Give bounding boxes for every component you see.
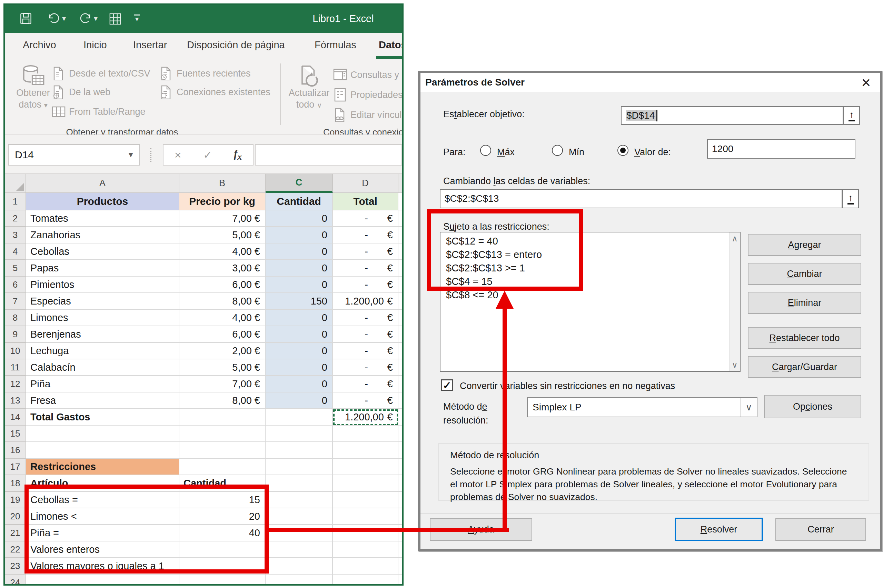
cell-C22[interactable] <box>265 542 333 558</box>
method-dropdown[interactable]: Simplex LP ∨ <box>527 397 757 417</box>
cell-header-Total[interactable]: Total <box>333 193 399 210</box>
objective-input[interactable]: $D$14 <box>621 106 843 125</box>
cell-C21[interactable] <box>265 525 333 542</box>
cell-A10[interactable]: Lechuga <box>26 343 179 359</box>
cerrar-button[interactable]: Cerrar <box>775 518 866 541</box>
cell-B3[interactable]: 5,00 € <box>179 227 265 243</box>
tab-disposicion[interactable]: Disposición de página <box>187 39 285 51</box>
cell-D18[interactable] <box>333 475 399 492</box>
row-header-12[interactable]: 12 <box>5 376 26 393</box>
redo-icon[interactable]: ▾ <box>79 12 97 25</box>
editar-vinculos-button[interactable]: Editar vínculos <box>333 107 403 123</box>
cell-A14[interactable]: Total Gastos <box>26 409 179 426</box>
cell-A15[interactable] <box>26 426 179 442</box>
cell-B7[interactable]: 8,00 € <box>179 293 265 310</box>
confirm-entry-icon[interactable]: ✓ <box>203 149 212 161</box>
cell-D24[interactable] <box>333 574 399 586</box>
cell-B8[interactable]: 4,00 € <box>179 310 265 326</box>
cell-D4[interactable]: -€ <box>333 243 399 260</box>
cell-D8[interactable]: -€ <box>333 310 399 326</box>
cell-D12[interactable]: -€ <box>333 376 399 393</box>
cell-C8[interactable]: 0 <box>265 310 333 326</box>
col-header-C[interactable]: C <box>265 174 333 193</box>
formula-input[interactable] <box>255 144 402 165</box>
cell-C3[interactable]: 0 <box>265 227 333 243</box>
cell-D19[interactable] <box>333 492 399 508</box>
row-header-10[interactable]: 10 <box>5 343 26 359</box>
cell-D13[interactable]: -€ <box>333 393 399 409</box>
cell-B10[interactable]: 2,00 € <box>179 343 265 359</box>
from-table-range-button[interactable]: From Table/Range <box>52 104 145 120</box>
row-header-1[interactable]: 1 <box>5 193 26 210</box>
insert-function-icon[interactable]: fx <box>234 148 242 162</box>
redo-dropdown-icon[interactable]: ▾ <box>94 14 97 23</box>
eliminar-button[interactable]: Eliminar <box>748 292 861 314</box>
cell-header-Precio por kg[interactable]: Precio por kg <box>179 193 265 210</box>
customize-qat-icon[interactable]: ▾ <box>134 15 140 21</box>
table-tool-icon[interactable] <box>108 12 122 26</box>
cell-D11[interactable]: -€ <box>333 359 399 376</box>
cell-B5[interactable]: 3,00 € <box>179 260 265 277</box>
row-header-21[interactable]: 21 <box>5 525 26 542</box>
cancel-entry-icon[interactable]: × <box>174 148 181 162</box>
cell-B13[interactable]: 8,00 € <box>179 393 265 409</box>
radio-min[interactable] <box>552 145 563 156</box>
cell-D17[interactable] <box>333 459 399 475</box>
fuentes-recientes-button[interactable]: Fuentes recientes <box>159 66 251 81</box>
cell-A7[interactable]: Especias <box>26 293 179 310</box>
de-la-web-button[interactable]: De la web <box>52 84 110 100</box>
cell-A5[interactable]: Papas <box>26 260 179 277</box>
constraints-scrollbar[interactable]: ∧ ∨ <box>729 232 740 371</box>
cell-C7[interactable]: 150 <box>265 293 333 310</box>
col-header-A[interactable]: A <box>26 174 179 193</box>
close-icon[interactable]: × <box>856 73 877 92</box>
cell-B24[interactable] <box>179 574 265 586</box>
actualizar-todo-button[interactable]: Actualizar todo ∨ <box>285 64 333 111</box>
cell-A8[interactable]: Limones <box>26 310 179 326</box>
cell-B4[interactable]: 4,00 € <box>179 243 265 260</box>
cell-C13[interactable]: 0 <box>265 393 333 409</box>
cell-D16[interactable] <box>333 442 399 459</box>
objective-range-picker-button[interactable]: ↑ <box>843 106 860 125</box>
cell-C18[interactable] <box>265 475 333 492</box>
non-negative-checkbox[interactable]: ✓ <box>441 380 453 391</box>
row-header-22[interactable]: 22 <box>5 542 26 558</box>
cell-A12[interactable]: Piña <box>26 376 179 393</box>
cell-C16[interactable] <box>265 442 333 459</box>
scroll-down-icon[interactable]: ∨ <box>732 360 738 370</box>
cell-A4[interactable]: Cebollas <box>26 243 179 260</box>
row-header-7[interactable]: 7 <box>5 293 26 310</box>
variables-range-picker-button[interactable]: ↑ <box>842 189 859 208</box>
cell-D22[interactable] <box>333 542 399 558</box>
cell-D3[interactable]: -€ <box>333 227 399 243</box>
cell-B12[interactable]: 7,00 € <box>179 376 265 393</box>
resolver-button[interactable]: Resolver <box>675 518 763 541</box>
row-header-13[interactable]: 13 <box>5 393 26 409</box>
cell-D14[interactable]: 1.200,00€ <box>333 409 399 426</box>
tab-inicio[interactable]: Inicio <box>84 39 107 51</box>
propiedades-button[interactable]: Propiedades <box>333 87 403 103</box>
cell-C17[interactable] <box>265 459 333 475</box>
cell-D9[interactable]: -€ <box>333 326 399 343</box>
cell-C9[interactable]: 0 <box>265 326 333 343</box>
tab-archivo[interactable]: Archivo <box>23 39 56 51</box>
chevron-down-icon[interactable]: ∨ <box>740 398 757 417</box>
cell-B15[interactable] <box>179 426 265 442</box>
cell-D7[interactable]: 1.200,00€ <box>333 293 399 310</box>
cell-A13[interactable]: Fresa <box>26 393 179 409</box>
cell-C20[interactable] <box>265 508 333 525</box>
opciones-button[interactable]: Opciones <box>764 395 861 418</box>
scroll-up-icon[interactable]: ∧ <box>732 234 738 243</box>
cell-B11[interactable]: 5,00 € <box>179 359 265 376</box>
cell-header-Cantidad[interactable]: Cantidad <box>265 193 333 210</box>
cell-B6[interactable]: 6,00 € <box>179 277 265 293</box>
cell-D21[interactable] <box>333 525 399 542</box>
row-header-17[interactable]: 17 <box>5 459 26 475</box>
cell-C4[interactable]: 0 <box>265 243 333 260</box>
cell-D23[interactable] <box>333 558 399 574</box>
cell-B14[interactable] <box>179 409 265 426</box>
radio-value-of-label[interactable]: Valor de: <box>634 147 671 158</box>
tab-insertar[interactable]: Insertar <box>133 39 167 51</box>
row-header-9[interactable]: 9 <box>5 326 26 343</box>
row-header-23[interactable]: 23 <box>5 558 26 574</box>
